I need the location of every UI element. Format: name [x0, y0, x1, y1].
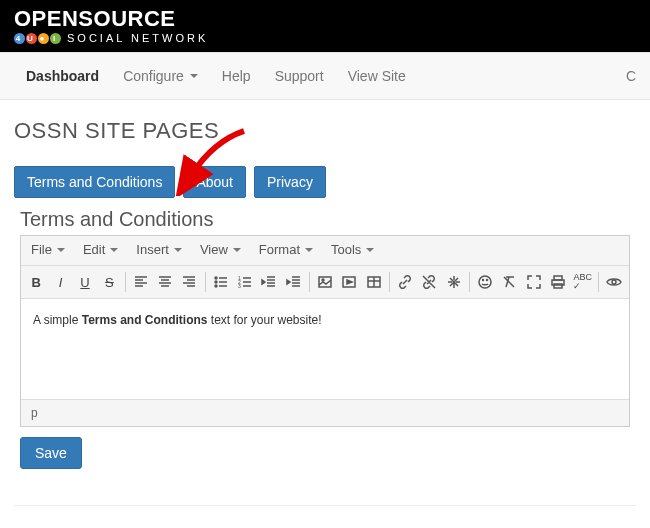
toolbar-separator	[309, 272, 310, 292]
align-right-icon[interactable]	[178, 270, 200, 294]
svg-point-7	[322, 279, 324, 281]
menu-insert[interactable]: Insert	[136, 242, 182, 257]
table-icon[interactable]	[363, 270, 385, 294]
chevron-down-icon	[305, 248, 313, 252]
menu-format[interactable]: Format	[259, 242, 313, 257]
image-icon[interactable]	[314, 270, 336, 294]
fullscreen-icon[interactable]	[523, 270, 545, 294]
print-icon[interactable]	[547, 270, 569, 294]
number-list-icon[interactable]: 123	[234, 270, 256, 294]
menu-edit[interactable]: Edit	[83, 242, 118, 257]
media-icon[interactable]	[338, 270, 360, 294]
svg-point-2	[215, 285, 217, 287]
chevron-down-icon	[366, 248, 374, 252]
outdent-icon[interactable]	[258, 270, 280, 294]
nav-help[interactable]: Help	[210, 53, 263, 99]
page-body: OSSN SITE PAGES Terms and Conditions Abo…	[0, 100, 650, 497]
menu-view[interactable]: View	[200, 242, 241, 257]
svg-point-16	[612, 280, 616, 284]
svg-point-11	[483, 280, 484, 281]
nav-view-site[interactable]: View Site	[336, 53, 418, 99]
chevron-down-icon	[110, 248, 118, 252]
svg-rect-15	[554, 284, 562, 288]
page-tabs: Terms and Conditions About Privacy	[14, 166, 636, 198]
bullet-list-icon[interactable]	[209, 270, 231, 294]
chevron-down-icon	[190, 74, 198, 78]
emoji-icon[interactable]	[474, 270, 496, 294]
anchor-icon[interactable]	[443, 270, 465, 294]
preview-icon[interactable]	[603, 270, 625, 294]
main-nav: Dashboard Configure Help Support View Si…	[0, 52, 650, 100]
bottom-divider	[14, 505, 636, 506]
toolbar-separator	[205, 272, 206, 292]
nav-right-partial: C	[614, 53, 636, 99]
svg-text:3: 3	[238, 283, 241, 289]
brand-header: OPENSOURCE 4U●I SOCIAL NETWORK	[0, 0, 650, 52]
chevron-down-icon	[174, 248, 182, 252]
spellcheck-icon[interactable]: ABC✓	[571, 270, 593, 294]
indent-icon[interactable]	[283, 270, 305, 294]
editor-toolbar: B I U S 123 ABC✓	[21, 266, 629, 299]
editor-menubar: File Edit Insert View Format Tools	[21, 236, 629, 266]
nav-support[interactable]: Support	[263, 53, 336, 99]
menu-tools[interactable]: Tools	[331, 242, 374, 257]
wysiwyg-editor: File Edit Insert View Format Tools B I U…	[20, 235, 630, 427]
nav-configure[interactable]: Configure	[111, 53, 210, 99]
tab-about[interactable]: About	[183, 166, 246, 198]
svg-point-10	[479, 276, 491, 288]
align-center-icon[interactable]	[154, 270, 176, 294]
chevron-down-icon	[57, 248, 65, 252]
tab-terms[interactable]: Terms and Conditions	[14, 166, 175, 198]
align-left-icon[interactable]	[129, 270, 151, 294]
actions-row: Save	[14, 427, 636, 479]
toolbar-separator	[469, 272, 470, 292]
brand-sub: 4U●I SOCIAL NETWORK	[14, 32, 636, 44]
unlink-icon[interactable]	[418, 270, 440, 294]
bold-icon[interactable]: B	[25, 270, 47, 294]
underline-icon[interactable]: U	[74, 270, 96, 294]
svg-point-0	[215, 277, 217, 279]
link-icon[interactable]	[394, 270, 416, 294]
clear-format-icon[interactable]	[498, 270, 520, 294]
tab-privacy[interactable]: Privacy	[254, 166, 326, 198]
menu-file[interactable]: File	[31, 242, 65, 257]
strike-icon[interactable]: S	[98, 270, 120, 294]
chevron-down-icon	[233, 248, 241, 252]
toolbar-separator	[598, 272, 599, 292]
editor-status-path[interactable]: p	[21, 399, 629, 426]
save-button[interactable]: Save	[20, 437, 82, 469]
brand-name: OPENSOURCE	[14, 8, 636, 30]
page-title: OSSN SITE PAGES	[14, 118, 636, 144]
section-heading: Terms and Conditions	[20, 208, 636, 231]
svg-point-1	[215, 281, 217, 283]
nav-dashboard[interactable]: Dashboard	[14, 53, 111, 99]
svg-point-12	[487, 280, 488, 281]
toolbar-separator	[125, 272, 126, 292]
editor-content[interactable]: A simple Terms and Conditions text for y…	[21, 299, 629, 399]
brand-dots: 4U●I	[14, 33, 61, 44]
toolbar-separator	[389, 272, 390, 292]
italic-icon[interactable]: I	[49, 270, 71, 294]
